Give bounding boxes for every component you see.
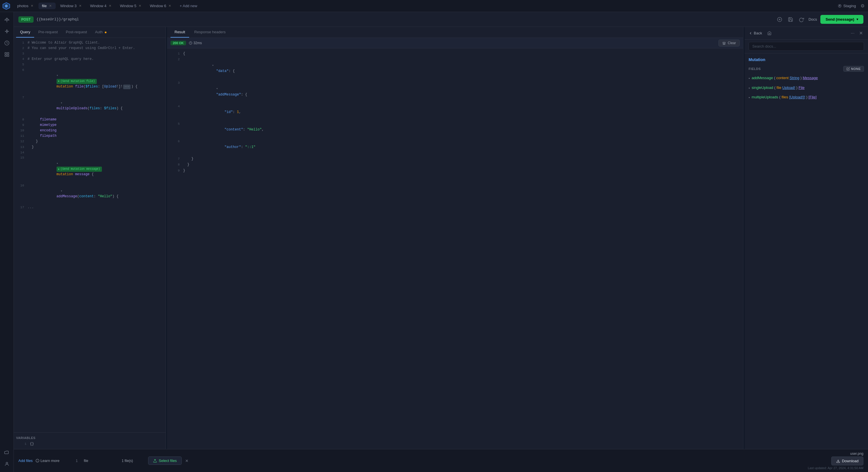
result-line-5: 5 "content": "Hello", [169, 121, 741, 138]
docs-home-icon[interactable] [766, 30, 773, 36]
code-line-15: 15 ▾ (Send mutation message) mutation me… [14, 155, 166, 183]
docs-button[interactable]: Docs [809, 17, 817, 22]
docs-search-input[interactable] [749, 42, 864, 51]
result-line-2: 2 ▾ "data": { [169, 57, 741, 80]
docs-panel: Back ··· ✕ [745, 27, 868, 449]
request-bar: POST [14, 12, 868, 27]
settings-icon[interactable]: ⚙ [859, 2, 866, 10]
svg-rect-7 [5, 55, 6, 57]
docs-close-icon[interactable]: ✕ [858, 29, 864, 37]
tab-window6[interactable]: Window 6 ✕ [146, 3, 175, 9]
code-line-13: 13 } [14, 144, 166, 150]
code-line-8: 8 filename [14, 117, 166, 123]
code-line-1: 1 # Welcome to Altair GraphQL Client. [14, 40, 166, 45]
app-layout: POST [0, 12, 868, 472]
app-logo [2, 2, 10, 10]
tab-window5[interactable]: Window 5 ✕ [117, 3, 145, 9]
query-panel: Query Pre-request Post-request Auth [14, 27, 166, 449]
staging-icon: ⦿ [838, 4, 842, 8]
result-content: 1 { 2 ▾ "data": { 3 ▾ [167, 48, 743, 449]
code-line-7: 7 ▾ multipleUploads(files: $files) { [14, 95, 166, 117]
sidebar-home-icon[interactable] [2, 15, 11, 25]
result-panel: Result Response headers 200 OK 32ms [167, 27, 743, 449]
variables-section: VARIABLES 1 {} [14, 432, 166, 449]
tab-post-request[interactable]: Post-request [62, 27, 91, 38]
method-badge: POST [19, 16, 34, 23]
tab-file[interactable]: file ✕ [38, 3, 56, 9]
docs-section-title: Mutation [749, 57, 864, 62]
download-button[interactable]: Download [831, 457, 863, 465]
result-line-3: 3 ▾ "addMessage": { [169, 80, 741, 103]
docs-field-addmessage: • addMessage ( content String ) Message [749, 75, 864, 81]
svg-rect-6 [7, 53, 9, 54]
sidebar-icons [0, 12, 14, 472]
file-name-col: file [84, 459, 118, 463]
tab-response-headers[interactable]: Response headers [190, 27, 229, 38]
code-editor[interactable]: 1 # Welcome to Altair GraphQL Client. 2 … [14, 38, 166, 432]
close-window5-tab[interactable]: ✕ [138, 4, 142, 8]
auth-dot [105, 32, 106, 33]
code-line-12: 12 } [14, 139, 166, 144]
code-line-6: 6 ▾ (Send mutation file) mutation file($… [14, 67, 166, 95]
tab-photos[interactable]: photos ✕ [14, 3, 37, 9]
code-line-9: 9 mimetype [14, 123, 166, 128]
close-window3-tab[interactable]: ✕ [79, 4, 82, 8]
close-window6-tab[interactable]: ✕ [168, 4, 172, 8]
svg-rect-5 [5, 53, 6, 54]
result-line-8: 8 } [169, 162, 741, 167]
tab-window3[interactable]: Window 3 ✕ [57, 3, 86, 9]
tab-query[interactable]: Query [16, 27, 34, 38]
result-line-7: 7 } [169, 156, 741, 162]
add-subscription-icon[interactable] [776, 16, 783, 23]
variables-line-1: 1 {} [16, 441, 163, 447]
sidebar-user-icon[interactable] [2, 460, 11, 469]
staging-button[interactable]: ⦿ Staging [838, 4, 856, 8]
docs-field-singleupload: • singleUpload ( file Upload! ) File [749, 85, 864, 91]
docs-more-icon[interactable]: ··· [849, 30, 856, 37]
close-photos-tab[interactable]: ✕ [30, 4, 34, 8]
save-icon[interactable] [787, 16, 794, 23]
sidebar-folder-icon[interactable] [2, 448, 11, 457]
result-line-9: 9 } [169, 168, 741, 173]
docs-header: Back ··· ✕ [745, 27, 868, 40]
last-updated: Last updated: Apr 27, 2024, 4:31:50 AM [808, 466, 863, 470]
select-files-button[interactable]: Select files [148, 457, 182, 465]
code-line-3: 3 [14, 51, 166, 57]
close-file-tab[interactable]: ✕ [49, 4, 52, 8]
send-dropdown-arrow: ▾ [857, 18, 858, 21]
file-name-display: user.png [850, 452, 863, 456]
code-line-10: 10 encoding [14, 128, 166, 133]
variables-editor[interactable]: 1 {} [16, 441, 163, 447]
send-button[interactable]: Send (message) ▾ [820, 15, 863, 24]
add-files-row: Add files Learn more [19, 459, 67, 463]
sidebar-sparkle-icon[interactable] [2, 27, 11, 36]
url-input[interactable] [36, 17, 773, 22]
file-remove-button[interactable]: ✕ [185, 459, 189, 463]
tab-bar: photos ✕ file ✕ Window 3 ✕ Window 4 ✕ Wi… [0, 0, 868, 12]
svg-point-2 [5, 5, 8, 7]
status-time: 32ms [189, 41, 202, 45]
file-count-col: 1 file(s) [122, 459, 145, 463]
close-window4-tab[interactable]: ✕ [108, 4, 112, 8]
tab-result[interactable]: Result [170, 27, 189, 38]
learn-more-button[interactable]: Learn more [36, 459, 59, 463]
refresh-icon[interactable] [798, 16, 805, 23]
bottom-left: Add files Learn more [14, 449, 71, 472]
clear-button[interactable]: Clear [718, 40, 740, 46]
tab-auth[interactable]: Auth [91, 27, 111, 38]
code-line-17: 17 ... [14, 205, 166, 210]
tab-pre-request[interactable]: Pre-request [34, 27, 62, 38]
svg-rect-8 [7, 55, 9, 57]
tab-window4[interactable]: Window 4 ✕ [87, 3, 115, 9]
docs-search [745, 40, 868, 53]
docs-header-actions: ··· ✕ [849, 29, 864, 37]
result-status-bar: 200 OK 32ms Clear [167, 38, 743, 48]
code-line-11: 11 filepath [14, 133, 166, 139]
back-button[interactable]: Back [749, 31, 762, 35]
panels-area: Query Pre-request Post-request Auth [14, 27, 868, 449]
sidebar-collection-icon[interactable] [2, 50, 11, 59]
sidebar-history-icon[interactable] [2, 38, 11, 47]
add-new-tab[interactable]: + Add new [176, 3, 200, 9]
none-badge[interactable]: None [843, 66, 864, 72]
add-files-button[interactable]: Add files [19, 459, 33, 463]
